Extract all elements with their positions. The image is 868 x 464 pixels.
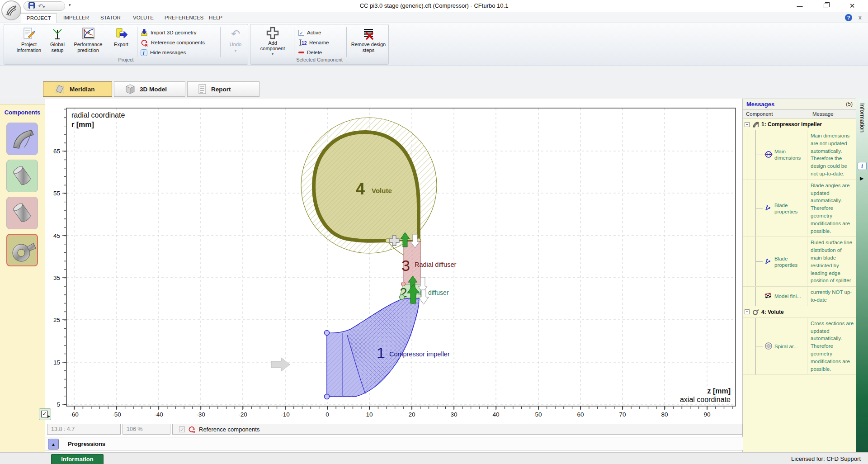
reference-components-icon: R xyxy=(141,39,148,47)
export-button[interactable]: Export xyxy=(109,26,133,57)
customize-toolbar-button[interactable]: ▾ xyxy=(69,3,71,7)
project-information-button[interactable]: Project information xyxy=(12,26,46,57)
restore-button[interactable] xyxy=(817,0,835,12)
collapse-icon[interactable]: − xyxy=(745,309,750,314)
information-icon[interactable]: i xyxy=(858,162,867,170)
progressions-label: Progressions xyxy=(68,440,105,447)
menu-tab-volute[interactable]: VOLUTE xyxy=(127,13,159,23)
message-row-blade-properties-1[interactable]: Blade properties Blade angles are update… xyxy=(743,180,856,237)
x-minor-ticks xyxy=(67,407,736,409)
remove-design-steps-button[interactable]: Remove design steps xyxy=(350,26,387,57)
global-setup-button[interactable]: Global setup xyxy=(46,26,69,57)
undo-button[interactable]: ↶▾ xyxy=(38,3,45,9)
group-label-selected-component: Selected Component xyxy=(250,57,388,64)
volute-icon xyxy=(752,308,759,316)
component-button-diffuser-pink[interactable] xyxy=(6,197,38,229)
global-setup-icon xyxy=(51,26,64,42)
component-button-impeller[interactable] xyxy=(6,123,38,155)
menu-tab-stator[interactable]: STATOR xyxy=(95,13,126,23)
svg-text:70: 70 xyxy=(619,411,626,418)
impeller-3d-icon xyxy=(9,126,35,152)
import-3d-geometry-button[interactable]: Import 3D geometry xyxy=(141,28,213,37)
close-button[interactable]: ✕ xyxy=(844,0,861,12)
view-tab-strip: Meridian 3D Model Report xyxy=(0,66,868,99)
components-panel: Components xyxy=(0,104,45,452)
svg-text:0: 0 xyxy=(326,411,329,418)
column-component[interactable]: Component xyxy=(743,110,809,118)
messages-panel: Messages (5) Component Message − 1: Comp… xyxy=(743,99,856,452)
svg-text:-40: -40 xyxy=(154,411,163,418)
add-component-icon xyxy=(266,26,279,40)
delete-button[interactable]: Delete xyxy=(298,48,344,57)
blade-properties-icon xyxy=(764,257,774,266)
add-component-button[interactable]: Add component ▾ xyxy=(258,26,288,57)
svg-text:45: 45 xyxy=(53,232,60,239)
information-side-tab[interactable]: Information i ▶ xyxy=(856,99,868,452)
component-button-diffuser-green[interactable] xyxy=(6,160,38,192)
menu-tab-preferences[interactable]: PREFERENCES xyxy=(159,13,209,23)
active-checkbox[interactable]: ✓ Active xyxy=(298,28,344,37)
delete-icon xyxy=(298,52,304,53)
menu-tab-help[interactable]: HELP xyxy=(203,13,228,23)
quick-access-toolbar: ↶▾ xyxy=(24,1,65,11)
ribbon-close-icon[interactable]: x xyxy=(859,14,862,21)
message-row-blade-properties-2[interactable]: Blade properties Ruled surface line dist… xyxy=(743,237,856,287)
progressions-bar: ▲ Progressions xyxy=(45,437,743,450)
expand-panel-icon[interactable]: ▶ xyxy=(860,175,863,181)
reference-components-bar: ✓ R Reference components xyxy=(172,424,743,435)
tab-meridian[interactable]: Meridian xyxy=(43,81,112,97)
message-row-main-dimensions[interactable]: Main dimensions Main dimensions are not … xyxy=(743,130,856,180)
svg-text:30: 30 xyxy=(450,411,457,418)
tree-connector xyxy=(743,318,764,375)
bottom-bar: Information Licensed for: CFD Support xyxy=(0,452,868,464)
column-message[interactable]: Message xyxy=(809,110,856,118)
blade-properties-icon xyxy=(764,204,774,213)
menu-tab-impeller[interactable]: IMPELLER xyxy=(58,13,94,23)
svg-text:-60: -60 xyxy=(70,411,79,418)
undo-button-large[interactable]: ↶ Undo ▾ xyxy=(224,26,247,57)
reference-components-button[interactable]: R Reference components xyxy=(141,38,217,47)
information-bottom-tab[interactable]: Information xyxy=(51,454,104,464)
app-logo-button[interactable] xyxy=(1,0,21,20)
meridian-plot: 4 Volute 3 Radial diffuser 2 Pinch diffu… xyxy=(47,102,743,421)
help-icon[interactable]: ? xyxy=(845,14,852,21)
minimize-button[interactable]: — xyxy=(791,0,808,12)
license-text: Licensed for: CFD Support xyxy=(791,455,861,462)
hide-messages-icon: i xyxy=(141,49,147,56)
impeller-icon xyxy=(752,121,759,128)
rename-button[interactable]: 12 Rename xyxy=(298,38,344,47)
message-group-volute[interactable]: − 4: Volute xyxy=(743,306,856,318)
hide-messages-button[interactable]: i Hide messages xyxy=(141,48,208,57)
window-title: CC pi3.0 stage (generic).cft (Compressor… xyxy=(360,2,509,9)
components-panel-title: Components xyxy=(0,109,45,116)
svg-text:5: 5 xyxy=(57,401,60,408)
component-button-volute[interactable] xyxy=(6,234,38,266)
svg-text:10: 10 xyxy=(366,411,373,418)
reference-components-checkbox[interactable]: ✓ xyxy=(179,426,185,432)
tab-report[interactable]: Report xyxy=(187,81,259,97)
progressions-toggle-button[interactable]: ▲ xyxy=(48,439,59,450)
impeller-region[interactable] xyxy=(325,294,423,399)
message-row-model-finishing[interactable]: Model fini... currently NOT up-to-date xyxy=(743,287,856,306)
message-row-spiral-area[interactable]: Spiral ar... Cross sections are updated … xyxy=(743,318,856,375)
message-group-impeller[interactable]: − 1: Compressor impeller xyxy=(743,118,856,130)
reference-components-icon: R xyxy=(188,426,196,433)
svg-text:R: R xyxy=(145,43,148,47)
report-icon xyxy=(198,84,207,94)
ribbon-group-project: Project information Global setup Perform… xyxy=(4,24,248,65)
collapse-icon[interactable]: − xyxy=(745,122,750,127)
save-button[interactable] xyxy=(28,2,35,10)
performance-prediction-button[interactable]: Performance prediction xyxy=(68,26,108,57)
ribbon: Project information Global setup Perform… xyxy=(0,23,868,66)
display-options-button[interactable]: ✓ ▶ xyxy=(39,408,51,420)
reference-components-label: Reference components xyxy=(199,426,259,433)
svg-text:35: 35 xyxy=(53,275,60,281)
tab-3d-model[interactable]: 3D Model xyxy=(114,81,185,97)
svg-text:-20: -20 xyxy=(238,411,247,418)
diffuser-3d-icon xyxy=(9,162,36,189)
svg-text:20: 20 xyxy=(408,411,415,418)
radial-diffuser-label: Radial diffuser xyxy=(415,261,457,268)
svg-text:-50: -50 xyxy=(112,411,121,418)
svg-text:12: 12 xyxy=(302,40,307,46)
menu-tab-project[interactable]: PROJECT xyxy=(21,13,57,23)
